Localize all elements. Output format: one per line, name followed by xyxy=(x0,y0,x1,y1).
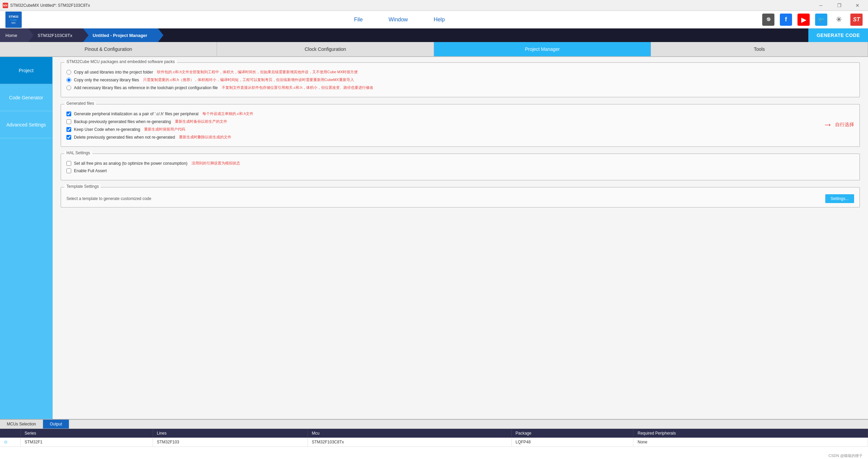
template-settings-title: Template Settings xyxy=(64,184,101,189)
cell-required: None xyxy=(633,438,868,447)
col-mcu-label: Mcu xyxy=(308,429,511,438)
add-reference-option: Add necessary library files as reference… xyxy=(66,85,854,90)
col-series-label: Series xyxy=(20,429,153,438)
copy-all-label[interactable]: Copy all used libraries into the project… xyxy=(74,70,153,75)
keep-user-item: Keep User Code when re-generating 重新生成时保… xyxy=(66,127,817,132)
backup-prev-checkbox[interactable] xyxy=(66,119,71,124)
copy-all-option: Copy all used libraries into the project… xyxy=(66,69,854,75)
help-menu[interactable]: Help xyxy=(431,15,448,24)
set-analog-label[interactable]: Set all free pins as analog (to optimize… xyxy=(74,161,188,166)
packages-section: STM32Cube MCU packages and embedded soft… xyxy=(61,62,860,97)
add-reference-radio[interactable] xyxy=(66,85,71,90)
table-body: ⊙ STM32F1 STM32F103 STM32F103C8Tx LQFP48… xyxy=(0,438,868,447)
bottom-panel: MCUs Selection Output Series Lines Mcu P… xyxy=(0,419,868,459)
generate-code-button[interactable]: GENERATE CODE xyxy=(808,28,868,42)
generated-files-content: Generate peripheral initialization as a … xyxy=(61,104,860,146)
delete-prev-annotation: 重新生成时删除以前生成的文件 xyxy=(179,135,231,140)
tab-pinout[interactable]: Pinout & Configuration xyxy=(0,42,217,56)
tab-tools[interactable]: Tools xyxy=(651,42,868,56)
watermark: CSDN @嗅嗅的狸子 xyxy=(829,453,863,458)
table-area: Series Lines Mcu Package Required Periph… xyxy=(0,429,868,459)
table-row[interactable]: ⊙ STM32F1 STM32F103 STM32F103C8Tx LQFP48… xyxy=(0,438,868,447)
twitter-icon[interactable]: 🐦 xyxy=(815,14,827,26)
col-series xyxy=(0,429,20,438)
gen-pairs-label[interactable]: Generate peripheral initialization as a … xyxy=(74,112,198,116)
tab-bar: Pinout & Configuration Clock Configurati… xyxy=(0,42,868,57)
content-panel: STM32Cube MCU packages and embedded soft… xyxy=(53,57,868,419)
file-menu[interactable]: File xyxy=(351,15,366,24)
add-reference-annotation: 不复制文件直接从软件包存储位置引用相关.c和.h，体积小，但位置改变、路径也要进… xyxy=(222,85,373,90)
keep-user-label[interactable]: Keep User Code when re-generating xyxy=(74,127,140,132)
template-row: Select a template to generate customized… xyxy=(66,194,854,203)
col-required-label: Required Peripherals xyxy=(633,429,868,438)
youtube-icon[interactable]: ▶ xyxy=(797,14,810,26)
title-bar: MX STM32CubeMX Untitled*: STM32F103C8Tx … xyxy=(0,0,868,11)
arrow-icon: → xyxy=(823,119,832,130)
breadcrumb-project[interactable]: Untitled - Project Manager xyxy=(83,28,158,42)
cell-series: STM32F1 xyxy=(20,438,153,447)
gen-pairs-annotation: 每个外设成立单独的.c和.h文件 xyxy=(202,111,253,116)
copy-necessary-label[interactable]: Copy only the necessary library files xyxy=(74,78,139,82)
settings-button[interactable]: Settings... xyxy=(825,194,854,203)
copy-all-annotation: 软件包的.c和.h文件全部复制到工程中，体积大，编译时间长，但如果后续需要新增其… xyxy=(157,69,358,75)
minimize-button[interactable]: ─ xyxy=(813,0,829,11)
mcu-table: Series Lines Mcu Package Required Periph… xyxy=(0,429,868,447)
window-menu[interactable]: Window xyxy=(386,15,411,24)
copy-necessary-radio[interactable] xyxy=(66,78,71,82)
table-header: Series Lines Mcu Package Required Periph… xyxy=(0,429,868,438)
breadcrumb-arrow xyxy=(158,28,163,42)
delete-prev-item: Delete previously generated files when n… xyxy=(66,135,817,140)
bottom-tabs: MCUs Selection Output xyxy=(0,420,868,429)
gen-pairs-checkbox[interactable] xyxy=(66,112,71,116)
copy-necessary-option: Copy only the necessary library files 只需… xyxy=(66,77,854,82)
copy-all-radio[interactable] xyxy=(66,70,71,75)
sidebar: Project Code Generator Advanced Settings xyxy=(0,57,53,419)
hal-content: Set all free pins as analog (to optimize… xyxy=(61,154,860,180)
keep-user-annotation: 重新生成时保留用户代码 xyxy=(144,127,185,132)
delete-prev-label[interactable]: Delete previously generated files when n… xyxy=(74,135,175,140)
sidebar-item-advanced-settings[interactable]: Advanced Settings xyxy=(0,111,52,138)
backup-prev-label[interactable]: Backup previously generated files when r… xyxy=(74,119,171,124)
row-indicator: ⊙ xyxy=(0,438,20,447)
sidebar-item-project[interactable]: Project xyxy=(0,57,52,84)
st-brand-icon[interactable]: ST xyxy=(850,14,863,26)
set-analog-item: Set all free pins as analog (to optimize… xyxy=(66,161,854,166)
tab-project-manager[interactable]: Project Manager xyxy=(434,42,651,56)
window-controls: ─ ❐ ✕ xyxy=(813,0,865,11)
keep-user-checkbox[interactable] xyxy=(66,127,71,132)
network-icon[interactable]: ✳ xyxy=(833,14,845,26)
close-button[interactable]: ✕ xyxy=(850,0,865,11)
maximize-button[interactable]: ❐ xyxy=(831,0,847,11)
full-assert-checkbox[interactable] xyxy=(66,168,71,173)
facebook-icon[interactable]: f xyxy=(780,14,792,26)
main-content: Project Code Generator Advanced Settings… xyxy=(0,57,868,419)
breadcrumb-mcu[interactable]: STM32F103C8Tx xyxy=(28,28,83,42)
tab-clock[interactable]: Clock Configuration xyxy=(217,42,434,56)
full-assert-label[interactable]: Enable Full Assert xyxy=(74,168,107,173)
logo-stm32: STM32 xyxy=(8,15,18,18)
logo-mx: MX xyxy=(12,21,16,24)
logo-cube: Cube xyxy=(10,18,17,21)
logo-area: STM32 Cube MX xyxy=(5,12,23,28)
app-logo: STM32 Cube MX xyxy=(5,12,22,28)
arrow-annotation-area: → 自行选择 xyxy=(823,119,854,130)
breadcrumb-home[interactable]: Home xyxy=(0,28,28,42)
choice-annotation: 自行选择 xyxy=(835,122,854,128)
generated-files-section: Generated files Generate peripheral init… xyxy=(61,104,860,147)
tab-output[interactable]: Output xyxy=(43,420,69,428)
backup-prev-annotation: 重新生成时备份以前生产的文件 xyxy=(175,119,227,124)
add-reference-label[interactable]: Add necessary library files as reference… xyxy=(74,85,218,90)
breadcrumb: Home STM32F103C8Tx Untitled - Project Ma… xyxy=(0,28,868,42)
social-icons-area: ⑲ f ▶ 🐦 ✳ ST xyxy=(762,14,863,26)
set-analog-checkbox[interactable] xyxy=(66,161,71,166)
menu-items: File Window Help xyxy=(37,15,762,24)
template-settings-section: Template Settings Select a template to g… xyxy=(61,187,860,207)
tab-mcus-selection[interactable]: MCUs Selection xyxy=(0,420,43,428)
cell-lines: STM32F103 xyxy=(153,438,308,447)
gen-pairs-item: Generate peripheral initialization as a … xyxy=(66,111,817,116)
packages-content: Copy all used libraries into the project… xyxy=(61,63,860,97)
delete-prev-checkbox[interactable] xyxy=(66,135,71,140)
version-icon[interactable]: ⑲ xyxy=(762,14,774,26)
sidebar-item-code-generator[interactable]: Code Generator xyxy=(0,84,52,111)
hal-settings-title: HAL Settings xyxy=(64,151,92,155)
